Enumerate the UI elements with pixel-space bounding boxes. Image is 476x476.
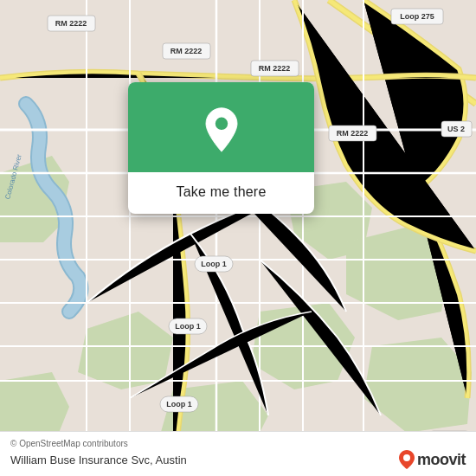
copyright-text: © OpenStreetMap contributors xyxy=(10,439,466,448)
location-pin-icon xyxy=(198,106,245,153)
location-row: William Buse Insurance Svc, Austin moovi… xyxy=(10,450,466,469)
svg-text:Loop 275: Loop 275 xyxy=(400,12,434,21)
svg-text:Loop 1: Loop 1 xyxy=(175,322,201,331)
svg-text:RM 2222: RM 2222 xyxy=(170,47,203,55)
svg-text:RM 2222: RM 2222 xyxy=(259,64,291,73)
map-background: RM 2222 RM 2222 RM 2222 RM 2222 Loop 275… xyxy=(0,0,476,476)
location-name: William Buse Insurance Svc, Austin xyxy=(10,453,187,466)
popup-card: Take me there xyxy=(128,82,314,214)
popup-button-area: Take me there xyxy=(128,172,314,214)
svg-text:Loop 1: Loop 1 xyxy=(166,400,192,408)
moovit-text: moovit xyxy=(417,451,466,469)
svg-point-47 xyxy=(215,118,227,130)
svg-point-48 xyxy=(403,454,410,461)
svg-text:Loop 1: Loop 1 xyxy=(201,260,227,268)
map-container: RM 2222 RM 2222 RM 2222 RM 2222 Loop 275… xyxy=(0,0,476,476)
svg-text:RM 2222: RM 2222 xyxy=(55,19,87,28)
svg-text:US 2: US 2 xyxy=(447,125,465,133)
take-me-there-button[interactable]: Take me there xyxy=(173,183,270,202)
svg-text:RM 2222: RM 2222 xyxy=(337,129,369,138)
bottom-bar: © OpenStreetMap contributors William Bus… xyxy=(0,431,476,476)
moovit-pin-icon xyxy=(399,450,415,469)
popup-green-area xyxy=(128,82,314,172)
moovit-logo: moovit xyxy=(399,450,466,469)
